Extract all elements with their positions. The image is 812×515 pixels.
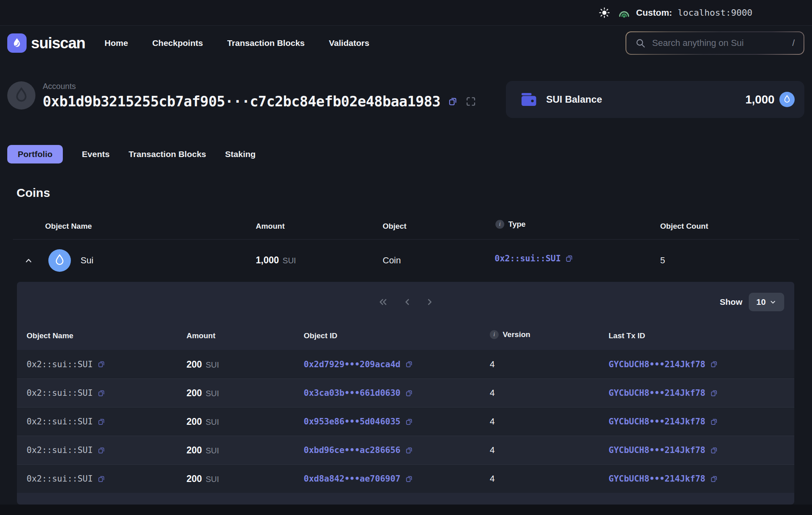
object-id-link[interactable]: 0x953e86•••5d046035 — [304, 417, 400, 426]
tab-portfolio[interactable]: Portfolio — [7, 145, 63, 163]
amount-unit: SUI — [205, 446, 219, 455]
copy-icon[interactable] — [405, 446, 413, 455]
amount-value: 200 — [186, 359, 202, 370]
tab-transaction-blocks[interactable]: Transaction Blocks — [128, 149, 206, 159]
copy-icon[interactable] — [710, 389, 718, 397]
sui-token-icon — [779, 92, 795, 107]
page-bottom-strip — [0, 505, 812, 515]
pagination-bar: Show 10 — [17, 282, 794, 322]
nav-item-transaction-blocks[interactable]: Transaction Blocks — [227, 38, 305, 48]
main-nav: Home Checkpoints Transaction Blocks Vali… — [105, 38, 369, 48]
nav-item-validators[interactable]: Validators — [329, 38, 369, 48]
last-tx-link[interactable]: GYCbUCH8•••214Jkf78 — [609, 388, 705, 398]
coin-type-link[interactable]: 0x2::sui::SUI — [495, 254, 561, 263]
last-tx-cell: GYCbUCH8•••214Jkf78 — [609, 360, 718, 369]
copy-address-button[interactable] — [447, 96, 458, 107]
amount-value: 200 — [186, 416, 202, 427]
copy-icon[interactable] — [405, 360, 413, 368]
object-name: 0x2::sui::SUI — [27, 474, 93, 484]
page-size-value: 10 — [756, 297, 766, 307]
copy-icon[interactable] — [710, 446, 718, 455]
object-id-link[interactable]: 0x3ca03b•••661d0630 — [304, 388, 400, 398]
object-id-link[interactable]: 0xd8a842•••ae706907 — [304, 474, 400, 484]
object-id-link[interactable]: 0xbd96ce•••ac286656 — [304, 445, 400, 455]
objects-table-header: Object Name Amount Object ID i Version L… — [17, 322, 794, 350]
info-icon[interactable]: i — [490, 330, 499, 339]
copy-icon[interactable] — [97, 418, 106, 426]
theme-toggle-button[interactable] — [599, 7, 610, 18]
coin-object-kind: Coin — [383, 255, 401, 266]
last-tx-link[interactable]: GYCbUCH8•••214Jkf78 — [609, 360, 705, 369]
suiscan-logo[interactable] — [7, 33, 27, 53]
chevron-right-icon — [426, 297, 434, 307]
last-tx-link[interactable]: GYCbUCH8•••214Jkf78 — [609, 417, 705, 426]
copy-icon[interactable] — [710, 360, 718, 368]
amount-cell: 200 SUI — [186, 445, 219, 456]
last-tx-cell: GYCbUCH8•••214Jkf78 — [609, 474, 718, 484]
coins-col-type: Type — [508, 220, 526, 229]
info-icon[interactable]: i — [495, 220, 504, 229]
search-shortcut-hint: / — [792, 38, 795, 48]
copy-icon[interactable] — [97, 446, 106, 455]
copy-icon[interactable] — [405, 389, 413, 397]
coin-object-count: 5 — [660, 255, 665, 266]
nav-item-checkpoints[interactable]: Checkpoints — [152, 38, 203, 48]
sui-balance-card: SUI Balance 1,000 — [506, 81, 804, 118]
copy-icon — [447, 96, 458, 107]
copy-icon[interactable] — [97, 475, 106, 483]
copy-icon[interactable] — [405, 475, 413, 483]
brand-title[interactable]: suiscan — [31, 35, 85, 52]
prev-page-button[interactable] — [403, 297, 411, 307]
table-row: 0x2::sui::SUI 200 SUI 0x953e86•••5d04603… — [17, 407, 794, 436]
object-id-cell: 0x2d7929•••209aca4d — [304, 360, 413, 369]
chevron-up-icon — [24, 256, 33, 265]
coin-amount-unit: SUI — [283, 256, 296, 265]
nav-item-home[interactable]: Home — [105, 38, 128, 48]
first-page-button[interactable] — [377, 297, 389, 307]
signal-icon — [618, 7, 630, 19]
last-tx-link[interactable]: GYCbUCH8•••214Jkf78 — [609, 445, 705, 455]
copy-icon[interactable] — [405, 418, 413, 426]
magnifier-icon — [635, 38, 646, 48]
wallet-icon — [520, 90, 538, 109]
table-row: 0x2::sui::SUI 200 SUI 0xbd96ce•••ac28665… — [17, 436, 794, 464]
sun-icon — [599, 7, 610, 18]
amount-value: 200 — [186, 445, 202, 456]
tab-staking[interactable]: Staking — [225, 149, 256, 159]
copy-icon[interactable] — [710, 418, 718, 426]
next-page-button[interactable] — [426, 297, 434, 307]
coins-col-object-name: Object Name — [45, 222, 92, 231]
object-id-link[interactable]: 0x2d7929•••209aca4d — [304, 360, 400, 369]
coin-type-cell: 0x2::sui::SUI — [495, 254, 574, 263]
network-selector[interactable]: Custom: localhost:9000 — [618, 7, 752, 19]
object-name-cell: 0x2::sui::SUI — [27, 417, 106, 426]
version-value: 4 — [490, 359, 495, 370]
scan-address-button[interactable] — [465, 96, 476, 107]
topbar: Custom: localhost:9000 — [0, 0, 812, 26]
copy-icon[interactable] — [97, 389, 106, 397]
version-value: 4 — [490, 388, 495, 398]
amount-value: 200 — [186, 474, 202, 484]
search-bar[interactable]: / — [626, 31, 804, 55]
last-tx-link[interactable]: GYCbUCH8•••214Jkf78 — [609, 474, 705, 484]
table-row: 0x2::sui::SUI 200 SUI 0xd8a842•••ae70690… — [17, 464, 794, 493]
collapse-row-button[interactable] — [24, 256, 33, 265]
page-size-dropdown[interactable]: 10 — [749, 293, 784, 311]
balance-right: 1,000 — [745, 92, 795, 107]
copy-icon[interactable] — [710, 475, 718, 483]
chevron-down-icon — [769, 298, 777, 306]
network-endpoint: localhost:9000 — [678, 8, 752, 18]
tab-events[interactable]: Events — [82, 149, 110, 159]
objects-col-object-id: Object ID — [304, 331, 337, 340]
objects-col-version: Version — [503, 330, 530, 339]
copy-icon[interactable] — [565, 254, 574, 263]
search-input[interactable] — [652, 38, 786, 48]
page-size-group: Show 10 — [720, 293, 784, 311]
amount-unit: SUI — [205, 389, 219, 398]
amount-unit: SUI — [205, 418, 219, 427]
address-row: 0xb1d9b3215255cb7af905···c7c2bc84efb02e4… — [43, 93, 476, 110]
amount-cell: 200 SUI — [186, 416, 219, 427]
version-value: 4 — [490, 474, 495, 484]
copy-icon[interactable] — [97, 360, 106, 368]
objects-col-object-name: Object Name — [27, 331, 73, 340]
